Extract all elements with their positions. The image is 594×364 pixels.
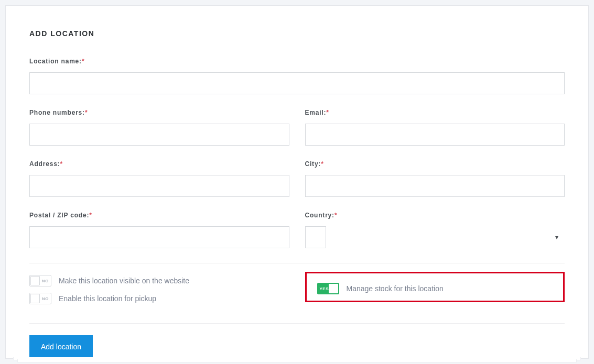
- stock-toggle[interactable]: YES: [317, 283, 339, 294]
- required-mark: *: [321, 160, 323, 168]
- add-location-card: ADD LOCATION Location name:* Phone numbe…: [5, 5, 589, 359]
- divider: [29, 323, 565, 324]
- required-mark: *: [334, 212, 337, 219]
- location-name-label-text: Location name:: [29, 58, 82, 65]
- required-mark: *: [82, 58, 84, 65]
- add-location-button[interactable]: Add location: [29, 335, 93, 358]
- phone-input[interactable]: [29, 124, 289, 146]
- card-stack-decoration: [17, 359, 577, 362]
- postal-label-text: Postal / ZIP code:: [29, 212, 89, 219]
- field-phone: Phone numbers:*: [29, 109, 289, 146]
- field-address: Address:*: [29, 160, 289, 197]
- visible-toggle-label: Make this location visible on the websit…: [59, 277, 189, 285]
- field-city: City:*: [305, 160, 565, 197]
- location-name-input[interactable]: [29, 72, 565, 94]
- country-label: Country:*: [305, 212, 565, 219]
- field-email: Email:*: [305, 109, 565, 146]
- postal-label: Postal / ZIP code:*: [29, 212, 289, 219]
- postal-input[interactable]: [29, 226, 289, 248]
- city-label: City:*: [305, 160, 565, 168]
- pickup-toggle[interactable]: NO: [29, 293, 51, 304]
- stock-toggle-label: Manage stock for this location: [347, 284, 444, 293]
- phone-label: Phone numbers:*: [29, 109, 289, 116]
- field-postal: Postal / ZIP code:*: [29, 212, 289, 248]
- visible-toggle[interactable]: NO: [29, 275, 51, 286]
- city-input[interactable]: [305, 175, 565, 197]
- stock-toggle-state: YES: [320, 286, 329, 291]
- location-name-label: Location name:*: [29, 58, 565, 65]
- country-select[interactable]: [305, 226, 326, 248]
- email-label: Email:*: [305, 109, 565, 116]
- address-label: Address:*: [29, 160, 289, 168]
- email-input[interactable]: [305, 124, 565, 146]
- pickup-toggle-state: NO: [42, 296, 49, 301]
- left-toggles: NO Make this location visible on the web…: [29, 275, 289, 311]
- address-label-text: Address:: [29, 160, 60, 168]
- visible-toggle-state: NO: [42, 279, 49, 283]
- phone-label-text: Phone numbers:: [29, 109, 85, 116]
- chevron-down-icon: ▾: [555, 234, 558, 241]
- stock-highlight-box: YES Manage stock for this location: [305, 272, 565, 302]
- page-title: ADD LOCATION: [29, 29, 565, 38]
- required-mark: *: [326, 109, 329, 116]
- required-mark: *: [60, 160, 62, 168]
- divider: [29, 263, 565, 263]
- city-label-text: City:: [305, 160, 321, 168]
- required-mark: *: [85, 109, 88, 116]
- required-mark: *: [89, 212, 92, 219]
- field-country: Country:* ▾: [305, 212, 565, 248]
- address-input[interactable]: [29, 175, 289, 197]
- field-location-name: Location name:*: [29, 58, 565, 94]
- email-label-text: Email:: [305, 109, 327, 116]
- pickup-toggle-label: Enable this location for pickup: [59, 294, 156, 303]
- country-label-text: Country:: [305, 212, 334, 219]
